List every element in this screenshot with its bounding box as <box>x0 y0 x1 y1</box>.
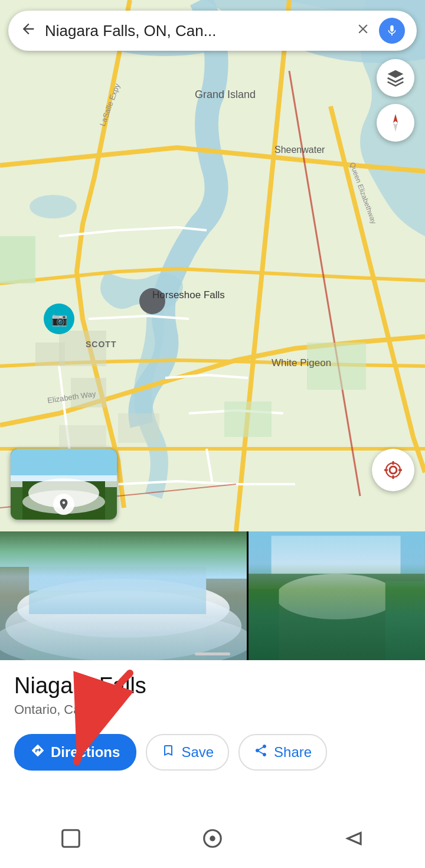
svg-rect-30 <box>0 531 247 590</box>
svg-rect-41 <box>249 574 425 660</box>
photo-left[interactable] <box>0 531 247 660</box>
save-label: Save <box>181 744 214 761</box>
svg-rect-8 <box>0 236 35 283</box>
svg-rect-37 <box>29 567 206 590</box>
photos-strip[interactable] <box>0 531 425 660</box>
svg-point-17 <box>390 466 397 474</box>
svg-rect-32 <box>206 579 247 660</box>
svg-point-47 <box>210 836 215 841</box>
svg-point-33 <box>17 579 230 638</box>
svg-rect-39 <box>249 531 425 582</box>
back-nav-button[interactable] <box>341 825 367 851</box>
mic-icon <box>385 24 398 37</box>
save-icon <box>161 743 175 761</box>
home-button[interactable] <box>200 825 225 851</box>
compass-button[interactable] <box>377 104 414 142</box>
svg-rect-9 <box>307 342 366 390</box>
svg-rect-36 <box>29 567 206 614</box>
place-name: Niagara Falls <box>14 673 411 699</box>
recent-apps-button[interactable] <box>58 825 84 851</box>
svg-rect-45 <box>63 830 80 847</box>
svg-marker-48 <box>348 833 361 844</box>
svg-rect-31 <box>0 567 29 660</box>
svg-text:📷: 📷 <box>51 311 68 327</box>
place-subtitle: Ontario, Canada <box>14 702 411 717</box>
street-view-icon <box>53 494 74 515</box>
svg-rect-6 <box>118 413 159 443</box>
svg-rect-44 <box>385 582 425 660</box>
street-view-thumbnail[interactable] <box>11 449 117 520</box>
action-buttons: Directions Save Share <box>14 734 411 771</box>
directions-button[interactable]: Directions <box>14 734 136 771</box>
svg-rect-10 <box>224 402 272 437</box>
svg-rect-5 <box>35 342 65 366</box>
svg-rect-4 <box>71 378 106 407</box>
nav-bar <box>0 809 425 868</box>
directions-label: Directions <box>51 744 120 761</box>
svg-marker-16 <box>393 123 398 132</box>
share-label: Share <box>274 744 312 761</box>
back-button[interactable] <box>20 21 37 41</box>
svg-rect-3 <box>59 331 106 366</box>
search-query: Niagara Falls, ON, Can... <box>45 22 347 40</box>
svg-rect-40 <box>272 536 401 596</box>
svg-rect-29 <box>0 531 247 660</box>
svg-rect-38 <box>249 531 425 660</box>
svg-point-2 <box>30 195 77 218</box>
svg-rect-43 <box>249 589 279 660</box>
save-button[interactable]: Save <box>146 734 229 771</box>
photo-right[interactable] <box>249 531 425 660</box>
clear-button[interactable] <box>355 21 371 41</box>
svg-marker-15 <box>393 114 398 123</box>
svg-point-34 <box>5 590 241 660</box>
search-bar[interactable]: Niagara Falls, ON, Can... <box>8 11 417 51</box>
directions-icon <box>31 743 45 761</box>
share-button[interactable]: Share <box>238 734 327 771</box>
map-area[interactable]: 📷 Grand Island Sheenwater Horseshoe Fall… <box>0 0 425 531</box>
share-icon <box>254 743 268 761</box>
map-layers-button[interactable] <box>377 59 414 97</box>
svg-point-42 <box>276 574 398 619</box>
location-button[interactable] <box>372 449 414 491</box>
pull-handle[interactable] <box>195 652 230 655</box>
voice-search-button[interactable] <box>379 18 405 44</box>
svg-point-18 <box>386 463 400 477</box>
